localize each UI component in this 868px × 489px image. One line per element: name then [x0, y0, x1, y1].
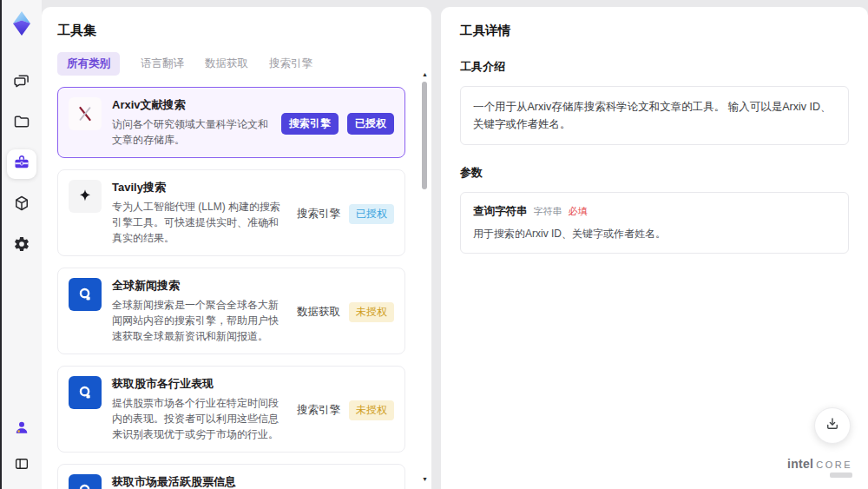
tab-translation[interactable]: 语言翻译: [141, 56, 184, 71]
folder-icon: [13, 113, 30, 134]
user-avatar-icon: [13, 419, 30, 439]
page-title: 工具集: [57, 23, 412, 39]
blue-search-icon: [69, 278, 102, 311]
package-icon: [13, 195, 30, 215]
sidebar-item-files[interactable]: [7, 109, 36, 138]
tavily-star-icon: [69, 180, 102, 213]
panel-toggle-icon: [14, 456, 30, 475]
tool-desc: 专为人工智能代理 (LLM) 构建的搜索引擎工具。可快速提供实时、准确和真实的结…: [112, 199, 286, 246]
rail-bottom: [7, 414, 36, 480]
param-box: 查询字符串 字符串 必填 用于搜索的Arxiv ID、关键字或作者姓名。: [460, 192, 849, 254]
tool-card-most-active-stocks[interactable]: 获取市场最活跃股票信息 提供当天交易量最高的股票列表，投资者可以利用这些信息来识…: [57, 464, 405, 489]
panel-toggle[interactable]: [7, 451, 36, 480]
intro-text: 一个用于从Arxiv存储库搜索科学论文和文章的工具。 输入可以是Arxiv ID…: [473, 98, 836, 133]
param-desc: 用于搜索的Arxiv ID、关键字或作者姓名。: [473, 227, 836, 241]
user-avatar[interactable]: [7, 414, 36, 444]
tool-name: Arxiv文献搜索: [112, 97, 271, 113]
blue-search-icon: [69, 474, 102, 489]
download-icon: [825, 416, 840, 435]
arxiv-icon: [69, 97, 102, 130]
brand-core-text: CORE: [816, 459, 852, 470]
icon-rail: [2, 0, 42, 489]
tool-card-arxiv[interactable]: Arxiv文献搜索 访问各个研究领域大量科学论文和文章的存储库。 搜索引擎 已授…: [57, 87, 405, 158]
scrollbar-thumb[interactable]: [422, 82, 427, 189]
param-name: 查询字符串: [473, 204, 528, 219]
auth-status-badge[interactable]: 已授权: [347, 113, 394, 135]
tab-search-engine[interactable]: 搜索引擎: [269, 56, 312, 71]
tool-list-panel: 工具集 所有类别 语言翻译 数据获取 搜索引擎 A: [42, 7, 431, 489]
tool-desc: 访问各个研究领域大量科学论文和文章的存储库。: [112, 116, 271, 148]
auth-status-badge: 已授权: [349, 204, 394, 224]
tool-card-global-news[interactable]: 全球新闻搜索 全球新闻搜索是一个聚合全球各大新闻网站内容的搜索引擎，帮助用户快速…: [57, 268, 405, 354]
sidebar-item-settings[interactable]: [7, 231, 36, 261]
param-required-flag: 必填: [569, 205, 588, 218]
auth-status-badge: 未授权: [349, 400, 394, 420]
chat-icon: [13, 72, 30, 93]
blue-search-icon: [69, 376, 102, 409]
detail-title: 工具详情: [460, 23, 849, 39]
brand-sub-badge: [830, 472, 852, 478]
intro-box: 一个用于从Arxiv存储库搜索科学论文和文章的工具。 输入可以是Arxiv ID…: [460, 86, 849, 145]
tool-card-sector-performance[interactable]: 获取股市各行业表现 提供股票市场各个行业在特定时间段内的表现。投资者可以利用这些…: [57, 366, 405, 453]
tool-detail-panel: 工具详情 工具介绍 一个用于从Arxiv存储库搜索科学论文和文章的工具。 输入可…: [441, 7, 868, 489]
intro-heading: 工具介绍: [460, 59, 849, 75]
tool-card-list: Arxiv文献搜索 访问各个研究领域大量科学论文和文章的存储库。 搜索引擎 已授…: [57, 87, 412, 489]
category-badge[interactable]: 搜索引擎: [281, 113, 339, 135]
tool-card-tavily[interactable]: Tavily搜索 专为人工智能代理 (LLM) 构建的搜索引擎工具。可快速提供实…: [57, 169, 405, 256]
brand-intel-text: intel: [787, 457, 813, 471]
tab-all-categories[interactable]: 所有类别: [57, 52, 120, 76]
tool-name: 获取市场最活跃股票信息: [112, 474, 286, 489]
category-label: 数据获取: [297, 305, 340, 320]
window-edge: [0, 0, 2, 489]
scroll-down-icon[interactable]: ▼: [422, 476, 428, 482]
intel-core-logo: intel CORE: [787, 457, 852, 478]
category-label: 搜索引擎: [297, 207, 340, 221]
app-window: 工具集 所有类别 语言翻译 数据获取 搜索引擎 A: [0, 0, 868, 489]
tab-data-fetch[interactable]: 数据获取: [205, 56, 248, 71]
settings-icon: [13, 235, 30, 256]
app-logo[interactable]: [9, 9, 35, 38]
toolbox-icon: [13, 154, 30, 175]
tool-name: Tavily搜索: [112, 180, 286, 195]
param-type: 字符串: [534, 205, 562, 218]
auth-status-badge: 未授权: [349, 302, 394, 322]
download-button[interactable]: [814, 407, 851, 444]
scroll-up-icon[interactable]: ▲: [422, 71, 428, 77]
sidebar-item-tools[interactable]: [7, 149, 36, 179]
tool-desc: 提供股票市场各个行业在特定时间段内的表现。投资者可以利用这些信息来识别表现优于或…: [112, 395, 286, 442]
category-tabs: 所有类别 语言翻译 数据获取 搜索引擎: [57, 52, 412, 76]
params-heading: 参数: [460, 165, 849, 181]
category-label: 搜索引擎: [297, 403, 340, 418]
list-scrollbar[interactable]: ▲ ▼: [420, 71, 429, 482]
sidebar-item-chat[interactable]: [7, 68, 36, 97]
tool-name: 获取股市各行业表现: [112, 376, 286, 392]
tool-name: 全球新闻搜索: [112, 278, 286, 294]
tool-desc: 全球新闻搜索是一个聚合全球各大新闻网站内容的搜索引擎，帮助用户快速获取全球最新资…: [112, 297, 286, 344]
rail-nav: [7, 68, 36, 261]
sidebar-item-models[interactable]: [7, 190, 36, 220]
